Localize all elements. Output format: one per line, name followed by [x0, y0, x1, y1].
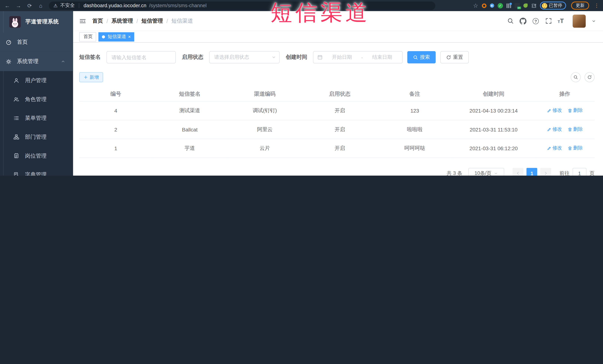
- org-tree-icon: [13, 134, 19, 140]
- tab-home[interactable]: 首页: [79, 32, 96, 41]
- time-label: 创建时间: [286, 54, 307, 61]
- sidebar-item-7[interactable]: 字典管理: [0, 165, 73, 176]
- page-size-select[interactable]: 10条/页: [468, 168, 504, 176]
- plus-icon: [83, 75, 88, 79]
- address-bar[interactable]: ⚠ 不安全 dashboard.yudao.iocoder.cn/system/…: [49, 1, 435, 10]
- active-dot-icon: [102, 35, 105, 38]
- sign-input[interactable]: [112, 54, 171, 60]
- sidebar-item-1[interactable]: 系统管理: [0, 52, 73, 71]
- refresh-table-button[interactable]: [585, 72, 595, 82]
- url-path: /system/sms/sms-channel: [149, 3, 207, 9]
- table-row: 4测试渠道调试(钉钉)开启1232021-04-13 00:23:14修改删除: [79, 101, 595, 120]
- tab-close-icon[interactable]: ×: [128, 34, 131, 39]
- breadcrumb-item-0[interactable]: 首页: [92, 17, 103, 24]
- security-label[interactable]: 不安全: [60, 2, 75, 9]
- font-size-icon[interactable]: TT: [558, 18, 564, 23]
- sidebar-item-label: 字典管理: [25, 171, 46, 176]
- divider: [79, 3, 79, 8]
- breadcrumb-separator: /: [136, 18, 138, 24]
- browser-toolbar: ← → ⟳ ⌂ ⚠ 不安全 dashboard.yudao.iocoder.cn…: [0, 0, 603, 11]
- check-extension-icon[interactable]: ✓: [497, 3, 503, 8]
- url-host: dashboard.yudao.iocoder.cn: [83, 3, 146, 9]
- delete-link[interactable]: 删除: [567, 107, 583, 114]
- pencil-icon: [546, 146, 551, 151]
- filter-form: 短信签名 启用状态 请选择启用状态 创建时间 开始日期: [79, 51, 595, 63]
- avatar-caret-down-icon[interactable]: [591, 19, 596, 23]
- column-header: 渠道编码: [227, 87, 302, 101]
- add-button[interactable]: 新增: [79, 72, 103, 82]
- app-title: 芋道管理系统: [25, 18, 59, 25]
- date-range-picker[interactable]: 开始日期 - 结束日期: [313, 51, 403, 63]
- grid-extension-icon[interactable]: [506, 3, 511, 8]
- breadcrumb-item-1[interactable]: 系统管理: [112, 17, 133, 24]
- forward-icon[interactable]: →: [14, 1, 23, 10]
- table-header-row: 编号短信签名渠道编码启用状态备注创建时间操作: [79, 87, 595, 101]
- top-navbar: 首页/系统管理/短信管理/短信渠道 ? TT: [73, 11, 603, 31]
- reset-button[interactable]: 重置: [441, 51, 469, 63]
- paused-label: 已暂停: [549, 3, 562, 9]
- sidebar-item-4[interactable]: 菜单管理: [0, 109, 73, 128]
- page-number-1[interactable]: 1: [527, 168, 537, 176]
- next-page-button[interactable]: [540, 168, 551, 176]
- on-badge: on: [517, 7, 521, 9]
- bookmark-star-icon[interactable]: ☆: [473, 2, 478, 9]
- edit-link[interactable]: 修改: [546, 107, 562, 114]
- cell-signature: 芋道: [152, 139, 227, 158]
- fullscreen-icon[interactable]: [545, 17, 552, 24]
- delete-link[interactable]: 删除: [567, 126, 583, 132]
- edit-link[interactable]: 修改: [546, 126, 562, 132]
- calendar-icon: [317, 55, 323, 60]
- back-icon[interactable]: ←: [3, 1, 12, 10]
- leaf-extension-icon[interactable]: [523, 3, 527, 8]
- column-header: 启用状态: [302, 87, 377, 101]
- cell-remark: 呵呵呵哒: [377, 139, 452, 158]
- delete-link[interactable]: 删除: [567, 145, 583, 152]
- chevron-down-icon: [494, 171, 498, 176]
- home-icon[interactable]: ⌂: [36, 1, 45, 10]
- toggle-search-button[interactable]: [571, 72, 581, 82]
- sms-channel-table: 编号短信签名渠道编码启用状态备注创建时间操作 4测试渠道调试(钉钉)开启1232…: [79, 87, 595, 158]
- badge-icon: [13, 153, 19, 159]
- sidebar-item-label: 部门管理: [25, 133, 46, 140]
- goto-page-input[interactable]: [573, 168, 587, 176]
- cell-remark: 啦啦啦: [377, 120, 452, 139]
- user-avatar[interactable]: [573, 14, 586, 27]
- sidebar-item-6[interactable]: 岗位管理: [0, 146, 73, 165]
- puzzle-extensions-icon[interactable]: [531, 3, 536, 8]
- prev-page-button[interactable]: [513, 168, 523, 176]
- warning-icon: ⚠: [53, 3, 58, 8]
- pin-extension-icon[interactable]: [490, 3, 494, 8]
- sidebar-item-5[interactable]: 部门管理: [0, 128, 73, 146]
- app-logo[interactable]: 芋道管理系统: [0, 11, 73, 33]
- orange-extension-icon[interactable]: [482, 3, 486, 8]
- column-header: 创建时间: [452, 87, 535, 101]
- sidebar-item-2[interactable]: 用户管理: [0, 71, 73, 90]
- reload-icon[interactable]: ⟳: [25, 1, 34, 10]
- search-button[interactable]: 搜索: [407, 51, 436, 63]
- edit-link[interactable]: 修改: [546, 145, 562, 152]
- status-select[interactable]: 请选择启用状态: [209, 51, 279, 63]
- magnifier-icon: [413, 55, 418, 60]
- help-icon[interactable]: ?: [532, 17, 539, 24]
- browser-menu-icon[interactable]: ⋮: [594, 3, 599, 9]
- sidebar-item-0[interactable]: 首页: [0, 33, 73, 52]
- cell-remark: 123: [377, 101, 452, 120]
- dashboard-icon: [6, 39, 12, 45]
- search-icon[interactable]: [507, 17, 514, 24]
- tab-sms-channel[interactable]: 短信渠道 ×: [98, 32, 134, 41]
- cell-status: 开启: [302, 120, 377, 139]
- goto-label: 前往: [560, 170, 569, 176]
- hamburger-icon[interactable]: [79, 17, 86, 24]
- table-toolbar: 新增: [79, 72, 595, 82]
- menu-list-icon: [13, 115, 19, 121]
- profile-paused-chip[interactable]: 已暂停: [540, 1, 566, 10]
- github-icon[interactable]: [520, 17, 527, 24]
- breadcrumb-item-2[interactable]: 短信管理: [141, 17, 163, 24]
- table-body: 4测试渠道调试(钉钉)开启1232021-04-13 00:23:14修改删除2…: [79, 101, 595, 158]
- switch-extension-icon[interactable]: on: [514, 3, 520, 8]
- sidebar-item-3[interactable]: 角色管理: [0, 90, 73, 109]
- tags-view: 首页 短信渠道 ×: [73, 31, 603, 43]
- page-content: 短信签名 启用状态 请选择启用状态 创建时间 开始日期: [73, 43, 603, 176]
- cell-create_time: 2021-03-31 11:53:10: [452, 120, 535, 139]
- chrome-update-button[interactable]: 更新: [571, 1, 589, 10]
